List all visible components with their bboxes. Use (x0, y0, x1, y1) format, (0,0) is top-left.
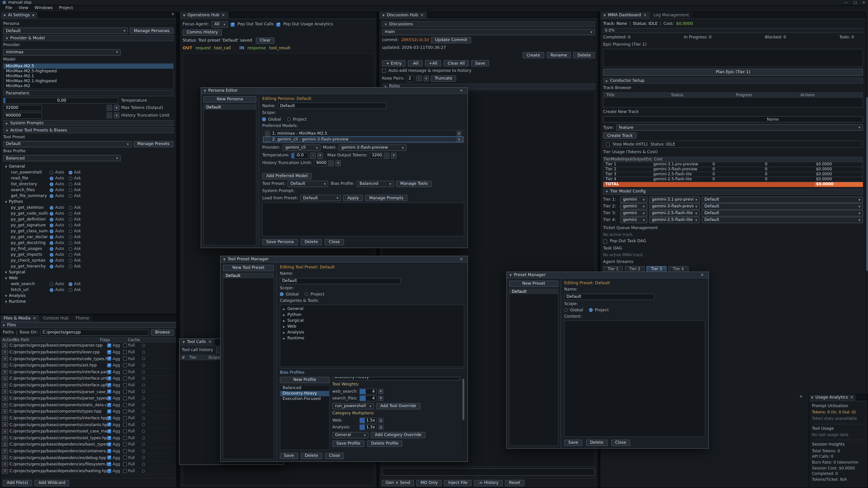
persona-select[interactable]: Default▼ (3, 28, 128, 34)
cache-indicator[interactable] (142, 450, 145, 453)
message-input[interactable] (382, 468, 595, 476)
cache-indicator[interactable] (142, 423, 145, 426)
increment-button[interactable]: + (114, 113, 119, 119)
model-select[interactable]: gemini-3-flash-preview▼ (649, 203, 700, 210)
global-radio[interactable] (262, 118, 266, 121)
agg-checkbox[interactable] (107, 436, 111, 440)
preset-select[interactable]: Default▼ (702, 210, 863, 217)
auto-radio[interactable] (50, 241, 53, 245)
ask-radio[interactable] (69, 212, 72, 216)
ask-radio[interactable] (69, 253, 72, 257)
auto-radio[interactable] (50, 283, 53, 286)
preset-name-input[interactable]: Default (564, 293, 655, 300)
move-up-button[interactable]: - (265, 131, 270, 136)
model-select[interactable]: gemini-2.5-flash-lite▼ (649, 217, 700, 223)
add-category-override-button[interactable]: Add Category Override (371, 432, 426, 438)
auto-radio[interactable] (50, 171, 53, 174)
provider-select[interactable]: gemini▼ (620, 203, 647, 210)
ask-radio[interactable] (69, 230, 72, 233)
tab-discussion-hub[interactable]: ▼ Discussion Hub × (379, 12, 427, 19)
auto-radio[interactable] (50, 253, 53, 257)
ask-radio[interactable] (69, 194, 72, 198)
close-icon[interactable]: × (699, 272, 706, 278)
ask-radio[interactable] (69, 283, 72, 286)
epic-planning-textarea[interactable] (603, 49, 863, 67)
cache-indicator[interactable] (142, 351, 145, 354)
plan-epic-button[interactable]: Plan Epic (Tier 1) (603, 69, 863, 76)
full-checkbox[interactable] (123, 436, 127, 440)
global-radio[interactable] (280, 293, 283, 296)
ask-radio[interactable] (69, 288, 72, 292)
tool-row[interactable]: ▼ Surgical Auto Ask (3, 269, 174, 275)
cache-indicator[interactable] (142, 417, 145, 420)
tool-row[interactable]: ▼ py_get_signature Auto Ask (3, 223, 174, 228)
tool-override-select[interactable]: run_powershell▼ (332, 403, 374, 410)
add-entry-button[interactable]: + Entry (382, 60, 406, 67)
tab-ai-settings[interactable]: ▼ AI Settings ▼ (0, 12, 38, 19)
tool-row[interactable]: ▼ Analysis Auto Ask (3, 293, 174, 299)
preset-content-textarea[interactable] (564, 321, 705, 437)
ask-radio[interactable] (69, 177, 72, 180)
tab-usage-analytics[interactable]: ▼ Usage Analytics × (809, 394, 856, 401)
temperature-input[interactable]: -0.0 (291, 153, 308, 158)
create-track-button[interactable]: Create Track (603, 133, 637, 139)
tool-row[interactable]: ▼ Runtime Auto Ask (3, 299, 174, 305)
agg-checkbox[interactable] (107, 416, 111, 420)
decrement-button[interactable]: - (310, 153, 315, 158)
browse-button[interactable]: Browse (151, 329, 174, 336)
ask-radio[interactable] (69, 247, 72, 251)
tool-row[interactable]: ▼ py_get_var_declaration Auto Ask (3, 234, 174, 240)
model-list-item[interactable]: MiniMax-M2.1-highspeed (4, 78, 173, 84)
tool-row[interactable]: ▼ py_get_definition Auto Ask (3, 217, 174, 223)
decrement-button[interactable]: - (384, 153, 389, 158)
max-tokens-input[interactable]: 32000 (3, 105, 42, 111)
new-preset-button[interactable]: New Preset (509, 281, 558, 287)
auto-radio[interactable] (50, 235, 53, 239)
agg-checkbox[interactable] (107, 456, 111, 460)
full-checkbox[interactable] (123, 344, 127, 348)
ask-radio[interactable] (69, 188, 72, 192)
agg-checkbox[interactable] (107, 383, 111, 387)
auto-radio[interactable] (50, 288, 53, 292)
tool-row[interactable]: ▼ py_check_syntax Auto Ask (3, 258, 174, 264)
stream-tab[interactable]: Tier 1 (603, 266, 623, 272)
step-mode-checkbox[interactable] (606, 142, 610, 147)
agg-checkbox[interactable] (107, 423, 111, 427)
bias-profile-select[interactable]: Balanced▼ (357, 181, 394, 187)
ask-radio[interactable] (69, 206, 72, 210)
add-wildcard-button[interactable]: Add Wildcard (34, 480, 69, 486)
remove-file-button[interactable]: x (2, 389, 8, 394)
remove-file-button[interactable]: x (2, 402, 8, 408)
cache-indicator[interactable] (142, 377, 145, 380)
full-checkbox[interactable] (123, 370, 127, 374)
tab-context-hub[interactable]: Context Hub (40, 315, 72, 322)
remove-file-button[interactable]: x (2, 350, 8, 355)
provider-select[interactable]: gemini▼ (620, 197, 647, 203)
full-checkbox[interactable] (123, 350, 127, 354)
close-icon[interactable]: × (862, 0, 865, 5)
full-checkbox[interactable] (123, 363, 127, 367)
model-list-item[interactable]: MiniMax-M2.5 (4, 64, 173, 69)
composer-button[interactable]: Reset (505, 480, 524, 486)
full-checkbox[interactable] (123, 396, 127, 400)
manage-prompts-button[interactable]: Manage Prompts (365, 195, 408, 201)
pop-out-dag-checkbox[interactable] (603, 239, 607, 243)
section-system-prompts[interactable]: ▶System Prompts (3, 120, 174, 126)
full-checkbox[interactable] (123, 383, 127, 387)
increment-button[interactable]: + (336, 160, 341, 166)
auto-radio[interactable] (50, 194, 53, 198)
agg-checkbox[interactable] (107, 357, 111, 361)
tool-row[interactable]: ▼ list_directory Auto Ask (3, 182, 174, 187)
model-list-item[interactable]: MiniMax-M2 (4, 84, 173, 89)
temperature-slider[interactable]: 0.00 (3, 98, 119, 103)
discussion-select[interactable]: main▼ (382, 29, 595, 35)
agg-checkbox[interactable] (107, 442, 111, 447)
section-parameters[interactable]: Parameters (3, 90, 174, 96)
remove-model-button[interactable]: x (457, 137, 462, 142)
model-list-item[interactable]: MiniMax-M2.1 (4, 74, 173, 78)
tool-row[interactable]: ▼ fetch_url Auto Ask (3, 287, 174, 293)
save-button[interactable]: Save (280, 453, 298, 459)
increment-button[interactable]: + (317, 153, 323, 158)
ask-radio[interactable] (69, 265, 72, 268)
provider-select[interactable]: gemini_cli▼ (283, 144, 320, 151)
